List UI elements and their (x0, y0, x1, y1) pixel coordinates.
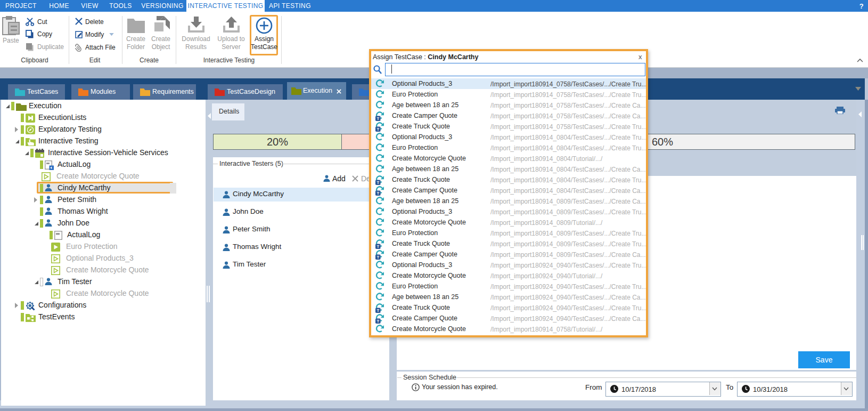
svg-text:T: T (376, 180, 379, 185)
svg-text:T: T (376, 127, 379, 132)
svg-text:T: T (376, 244, 379, 249)
svg-text:T: T (376, 319, 379, 324)
svg-text:T: T (376, 116, 379, 121)
svg-text:T: T (376, 255, 379, 260)
svg-text:T: T (376, 308, 379, 313)
svg-text:T: T (376, 191, 379, 196)
